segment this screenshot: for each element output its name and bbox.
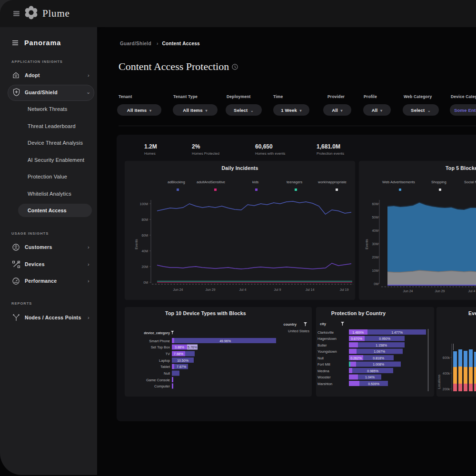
- svg-text:100M: 100M: [139, 202, 148, 206]
- svg-text:20M: 20M: [141, 265, 148, 268]
- svg-text:0.262%: 0.262%: [350, 357, 362, 360]
- svg-text:Hagerstown: Hagerstown: [317, 337, 337, 341]
- svg-text:Locations: Locations: [437, 375, 441, 389]
- svg-text:200k: 200k: [443, 387, 450, 391]
- svg-text:Null: Null: [164, 371, 170, 376]
- svg-text:TV: TV: [165, 352, 170, 356]
- svg-text:Game Console: Game Console: [146, 378, 170, 382]
- svg-text:Jul 19: Jul 19: [340, 288, 349, 291]
- svg-text:country: country: [283, 322, 297, 327]
- svg-text:Marshton: Marshton: [317, 382, 332, 386]
- svg-text:Jun 24: Jun 24: [403, 289, 413, 293]
- svg-text:Jun 29: Jun 29: [205, 288, 215, 291]
- svg-text:3.88%: 3.88%: [175, 346, 184, 349]
- svg-text:1.489%: 1.489%: [352, 331, 364, 334]
- svg-text:Events: Events: [365, 239, 368, 249]
- svg-text:Jul 9: Jul 9: [274, 288, 281, 291]
- svg-text:80M: 80M: [141, 218, 148, 221]
- svg-text:Laptop: Laptop: [159, 358, 170, 363]
- svg-text:Jul 4: Jul 4: [468, 289, 476, 293]
- svg-text:Computer: Computer: [154, 384, 170, 388]
- svg-text:49.96%: 49.96%: [219, 339, 231, 343]
- svg-text:0.539%: 0.539%: [368, 382, 379, 386]
- svg-text:Events: Events: [135, 239, 138, 249]
- svg-text:400k: 400k: [443, 372, 450, 375]
- svg-text:city: city: [320, 322, 327, 326]
- svg-text:device_category: device_category: [144, 331, 170, 335]
- svg-text:Jun 24: Jun 24: [173, 288, 183, 291]
- svg-text:Set Top Box: Set Top Box: [151, 345, 170, 349]
- svg-text:5.76%: 5.76%: [188, 346, 197, 349]
- svg-text:0.950%: 0.950%: [379, 337, 390, 340]
- svg-text:1.04%: 1.04%: [365, 376, 375, 379]
- svg-text:0.818%: 0.818%: [373, 357, 384, 360]
- svg-text:Wooster: Wooster: [317, 375, 331, 379]
- svg-text:Jun 29: Jun 29: [435, 289, 445, 293]
- svg-text:Youngstown: Youngstown: [317, 349, 337, 354]
- svg-text:0.670%: 0.670%: [351, 337, 362, 340]
- svg-text:40M: 40M: [141, 249, 148, 253]
- svg-text:Jul 4: Jul 4: [239, 288, 247, 291]
- svg-text:600k: 600k: [443, 356, 450, 359]
- svg-text:0M: 0M: [374, 282, 378, 286]
- svg-text:0M: 0M: [143, 281, 148, 284]
- svg-text:7.68%: 7.68%: [174, 352, 183, 356]
- svg-text:1.158%: 1.158%: [376, 344, 387, 347]
- svg-text:1.477%: 1.477%: [391, 331, 403, 334]
- svg-text:60M: 60M: [141, 234, 148, 237]
- svg-text:0.985%: 0.985%: [367, 369, 378, 373]
- svg-text:30M: 30M: [372, 242, 378, 246]
- svg-text:United States: United States: [288, 329, 309, 333]
- svg-text:Smart Phone: Smart Phone: [149, 339, 170, 343]
- svg-text:60M: 60M: [372, 202, 378, 206]
- svg-text:1.097%: 1.097%: [374, 350, 385, 353]
- svg-text:40M: 40M: [372, 229, 378, 232]
- svg-text:Tablet: Tablet: [160, 365, 170, 369]
- svg-text:Fort Mill: Fort Mill: [317, 362, 330, 367]
- svg-text:Medina: Medina: [317, 369, 329, 373]
- svg-text:Butler: Butler: [317, 343, 327, 347]
- svg-text:Null: Null: [317, 356, 324, 360]
- svg-text:1.008%: 1.008%: [373, 363, 384, 366]
- svg-text:7.67%: 7.67%: [177, 365, 186, 368]
- svg-text:10M: 10M: [372, 269, 378, 272]
- svg-text:Clarksville: Clarksville: [317, 330, 334, 335]
- svg-text:10.50%: 10.50%: [177, 359, 188, 362]
- svg-text:50M: 50M: [372, 216, 378, 219]
- svg-text:Jul 14: Jul 14: [306, 288, 315, 291]
- svg-text:20M: 20M: [372, 256, 378, 259]
